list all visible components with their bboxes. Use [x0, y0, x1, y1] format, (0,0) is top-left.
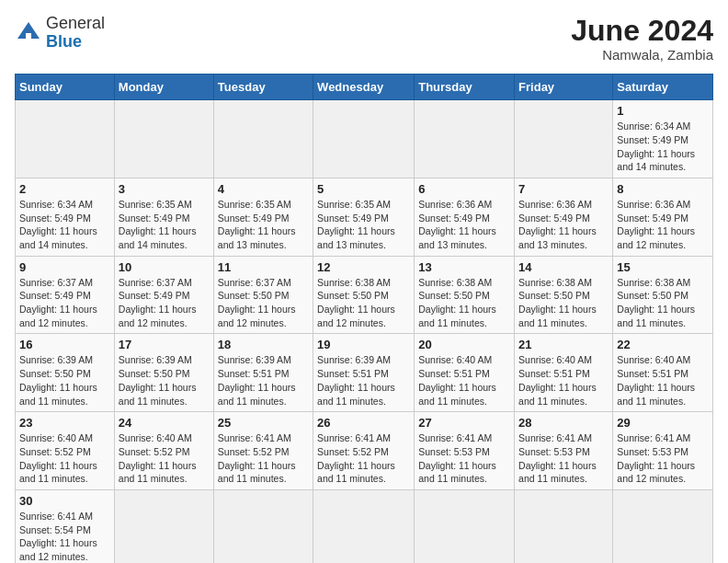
day-number: 23 — [19, 416, 110, 430]
logo: General Blue — [15, 15, 105, 52]
month-title: June 2024 — [571, 15, 713, 47]
day-number: 13 — [418, 260, 510, 274]
svg-rect-1 — [26, 33, 31, 40]
day-info: Sunrise: 6:40 AM Sunset: 5:51 PM Dayligh… — [518, 353, 609, 408]
day-number: 15 — [617, 260, 709, 274]
calendar: SundayMondayTuesdayWednesdayThursdayFrid… — [15, 74, 713, 563]
day-number: 8 — [617, 182, 709, 196]
day-info: Sunrise: 6:39 AM Sunset: 5:51 PM Dayligh… — [218, 353, 309, 408]
calendar-day-cell: 12Sunrise: 6:38 AM Sunset: 5:50 PM Dayli… — [313, 256, 415, 334]
day-number: 30 — [19, 494, 110, 508]
calendar-day-cell: 2Sunrise: 6:34 AM Sunset: 5:49 PM Daylig… — [16, 178, 115, 256]
calendar-week-row: 1Sunrise: 6:34 AM Sunset: 5:49 PM Daylig… — [16, 100, 713, 178]
day-number: 29 — [617, 416, 709, 430]
calendar-week-row: 2Sunrise: 6:34 AM Sunset: 5:49 PM Daylig… — [16, 178, 713, 256]
day-info: Sunrise: 6:35 AM Sunset: 5:49 PM Dayligh… — [119, 198, 210, 252]
calendar-day-cell: 24Sunrise: 6:40 AM Sunset: 5:52 PM Dayli… — [114, 412, 213, 490]
calendar-day-cell: 21Sunrise: 6:40 AM Sunset: 5:51 PM Dayli… — [515, 334, 613, 412]
calendar-day-cell: 11Sunrise: 6:37 AM Sunset: 5:50 PM Dayli… — [213, 256, 313, 334]
day-number: 5 — [317, 182, 410, 196]
calendar-day-cell: 17Sunrise: 6:39 AM Sunset: 5:50 PM Dayli… — [114, 334, 213, 412]
calendar-week-row: 30Sunrise: 6:41 AM Sunset: 5:54 PM Dayli… — [16, 489, 713, 563]
day-info: Sunrise: 6:41 AM Sunset: 5:53 PM Dayligh… — [518, 431, 609, 486]
calendar-day-cell: 25Sunrise: 6:41 AM Sunset: 5:52 PM Dayli… — [213, 412, 313, 490]
day-number: 28 — [518, 416, 609, 430]
day-info: Sunrise: 6:39 AM Sunset: 5:51 PM Dayligh… — [317, 353, 410, 408]
title-area: June 2024 Namwala, Zambia — [571, 15, 713, 63]
day-info: Sunrise: 6:38 AM Sunset: 5:50 PM Dayligh… — [418, 276, 510, 330]
logo-text: General Blue — [46, 15, 105, 52]
calendar-day-cell — [213, 100, 313, 178]
calendar-day-cell: 27Sunrise: 6:41 AM Sunset: 5:53 PM Dayli… — [415, 412, 515, 490]
calendar-day-cell: 26Sunrise: 6:41 AM Sunset: 5:52 PM Dayli… — [313, 412, 415, 490]
calendar-day-cell: 19Sunrise: 6:39 AM Sunset: 5:51 PM Dayli… — [313, 334, 415, 412]
calendar-day-cell — [16, 100, 115, 178]
calendar-day-cell — [613, 489, 713, 563]
calendar-day-cell: 10Sunrise: 6:37 AM Sunset: 5:49 PM Dayli… — [114, 256, 213, 334]
day-info: Sunrise: 6:40 AM Sunset: 5:51 PM Dayligh… — [418, 353, 510, 408]
calendar-day-cell: 20Sunrise: 6:40 AM Sunset: 5:51 PM Dayli… — [415, 334, 515, 412]
day-number: 26 — [317, 416, 410, 430]
calendar-day-cell — [114, 489, 213, 563]
day-number: 11 — [218, 260, 309, 274]
day-info: Sunrise: 6:35 AM Sunset: 5:49 PM Dayligh… — [218, 198, 309, 252]
day-number: 27 — [418, 416, 510, 430]
day-number: 20 — [418, 338, 510, 351]
day-info: Sunrise: 6:40 AM Sunset: 5:52 PM Dayligh… — [19, 431, 110, 486]
weekday-header: Friday — [515, 75, 613, 100]
day-number: 12 — [317, 260, 410, 274]
day-info: Sunrise: 6:37 AM Sunset: 5:50 PM Dayligh… — [218, 276, 309, 330]
day-info: Sunrise: 6:38 AM Sunset: 5:50 PM Dayligh… — [518, 276, 609, 330]
calendar-day-cell: 22Sunrise: 6:40 AM Sunset: 5:51 PM Dayli… — [613, 334, 713, 412]
day-number: 24 — [119, 416, 210, 430]
weekday-header: Tuesday — [213, 75, 313, 100]
calendar-day-cell: 28Sunrise: 6:41 AM Sunset: 5:53 PM Dayli… — [515, 412, 613, 490]
day-info: Sunrise: 6:38 AM Sunset: 5:50 PM Dayligh… — [317, 276, 410, 330]
weekday-header: Saturday — [613, 75, 713, 100]
day-number: 19 — [317, 338, 410, 351]
calendar-day-cell: 14Sunrise: 6:38 AM Sunset: 5:50 PM Dayli… — [515, 256, 613, 334]
day-number: 16 — [19, 338, 110, 351]
day-number: 18 — [218, 338, 309, 351]
day-info: Sunrise: 6:37 AM Sunset: 5:49 PM Dayligh… — [119, 276, 210, 330]
day-info: Sunrise: 6:41 AM Sunset: 5:54 PM Dayligh… — [19, 510, 110, 563]
calendar-day-cell: 8Sunrise: 6:36 AM Sunset: 5:49 PM Daylig… — [613, 178, 713, 256]
weekday-header-row: SundayMondayTuesdayWednesdayThursdayFrid… — [16, 75, 713, 100]
location-subtitle: Namwala, Zambia — [571, 47, 713, 63]
logo-icon — [15, 19, 42, 47]
day-info: Sunrise: 6:39 AM Sunset: 5:50 PM Dayligh… — [119, 353, 210, 408]
day-number: 1 — [617, 104, 709, 118]
logo-blue: Blue — [46, 32, 82, 51]
day-number: 21 — [518, 338, 609, 351]
calendar-day-cell — [415, 100, 515, 178]
calendar-day-cell — [313, 100, 415, 178]
calendar-day-cell: 9Sunrise: 6:37 AM Sunset: 5:49 PM Daylig… — [16, 256, 115, 334]
calendar-week-row: 9Sunrise: 6:37 AM Sunset: 5:49 PM Daylig… — [16, 256, 713, 334]
calendar-week-row: 16Sunrise: 6:39 AM Sunset: 5:50 PM Dayli… — [16, 334, 713, 412]
day-number: 6 — [418, 182, 510, 196]
day-number: 10 — [119, 260, 210, 274]
calendar-day-cell: 6Sunrise: 6:36 AM Sunset: 5:49 PM Daylig… — [415, 178, 515, 256]
day-info: Sunrise: 6:41 AM Sunset: 5:52 PM Dayligh… — [218, 431, 309, 486]
weekday-header: Monday — [114, 75, 213, 100]
calendar-day-cell: 30Sunrise: 6:41 AM Sunset: 5:54 PM Dayli… — [16, 489, 115, 563]
header: General Blue June 2024 Namwala, Zambia — [15, 15, 713, 63]
calendar-day-cell: 23Sunrise: 6:40 AM Sunset: 5:52 PM Dayli… — [16, 412, 115, 490]
day-info: Sunrise: 6:41 AM Sunset: 5:53 PM Dayligh… — [617, 431, 709, 486]
weekday-header: Sunday — [16, 75, 115, 100]
day-number: 17 — [119, 338, 210, 351]
calendar-day-cell: 13Sunrise: 6:38 AM Sunset: 5:50 PM Dayli… — [415, 256, 515, 334]
day-info: Sunrise: 6:40 AM Sunset: 5:52 PM Dayligh… — [119, 431, 210, 486]
day-number: 14 — [518, 260, 609, 274]
calendar-day-cell — [313, 489, 415, 563]
day-info: Sunrise: 6:39 AM Sunset: 5:50 PM Dayligh… — [19, 353, 110, 408]
day-number: 3 — [119, 182, 210, 196]
weekday-header: Thursday — [415, 75, 515, 100]
calendar-day-cell: 5Sunrise: 6:35 AM Sunset: 5:49 PM Daylig… — [313, 178, 415, 256]
calendar-day-cell: 3Sunrise: 6:35 AM Sunset: 5:49 PM Daylig… — [114, 178, 213, 256]
day-info: Sunrise: 6:36 AM Sunset: 5:49 PM Dayligh… — [617, 198, 709, 252]
calendar-week-row: 23Sunrise: 6:40 AM Sunset: 5:52 PM Dayli… — [16, 412, 713, 490]
day-info: Sunrise: 6:36 AM Sunset: 5:49 PM Dayligh… — [418, 198, 510, 252]
day-number: 7 — [518, 182, 609, 196]
day-info: Sunrise: 6:38 AM Sunset: 5:50 PM Dayligh… — [617, 276, 709, 330]
